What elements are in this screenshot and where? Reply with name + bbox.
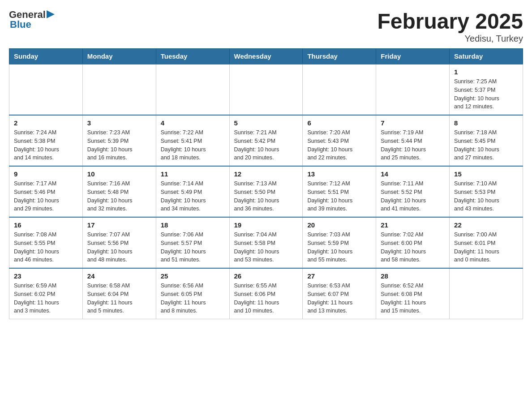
title-block: February 2025 Yedisu, Turkey — [377, 9, 523, 44]
day-info: Sunrise: 7:13 AM Sunset: 5:50 PM Dayligh… — [234, 180, 298, 213]
logo-arrow-icon — [47, 10, 55, 18]
calendar-cell: 25Sunrise: 6:56 AM Sunset: 6:05 PM Dayli… — [156, 268, 229, 319]
calendar-week-row: 9Sunrise: 7:17 AM Sunset: 5:46 PM Daylig… — [9, 166, 523, 217]
day-number: 27 — [307, 272, 371, 280]
day-number: 28 — [381, 272, 445, 280]
day-info: Sunrise: 6:58 AM Sunset: 6:04 PM Dayligh… — [87, 282, 151, 315]
calendar-week-row: 16Sunrise: 7:08 AM Sunset: 5:55 PM Dayli… — [9, 217, 523, 268]
day-of-week-header: Sunday — [9, 49, 83, 64]
days-of-week-row: SundayMondayTuesdayWednesdayThursdayFrid… — [9, 49, 523, 64]
day-number: 10 — [87, 170, 151, 178]
day-number: 23 — [14, 272, 78, 280]
calendar-subtitle: Yedisu, Turkey — [377, 34, 523, 44]
calendar-cell: 16Sunrise: 7:08 AM Sunset: 5:55 PM Dayli… — [9, 217, 83, 268]
day-number: 5 — [234, 119, 298, 127]
day-info: Sunrise: 7:07 AM Sunset: 5:56 PM Dayligh… — [87, 231, 151, 264]
calendar-cell: 5Sunrise: 7:21 AM Sunset: 5:42 PM Daylig… — [229, 115, 303, 166]
day-number: 6 — [307, 119, 371, 127]
day-number: 14 — [381, 170, 445, 178]
calendar-cell: 23Sunrise: 6:59 AM Sunset: 6:02 PM Dayli… — [9, 268, 83, 319]
calendar-cell: 11Sunrise: 7:14 AM Sunset: 5:49 PM Dayli… — [156, 166, 229, 217]
page-header: General Blue February 2025 Yedisu, Turke… — [9, 9, 523, 44]
svg-marker-0 — [47, 10, 55, 18]
calendar-cell — [156, 64, 229, 115]
day-info: Sunrise: 7:10 AM Sunset: 5:53 PM Dayligh… — [454, 180, 518, 213]
calendar-cell: 12Sunrise: 7:13 AM Sunset: 5:50 PM Dayli… — [229, 166, 303, 217]
day-number: 1 — [454, 68, 518, 76]
calendar-cell: 13Sunrise: 7:12 AM Sunset: 5:51 PM Dayli… — [303, 166, 376, 217]
calendar-cell — [9, 64, 83, 115]
calendar-cell: 15Sunrise: 7:10 AM Sunset: 5:53 PM Dayli… — [450, 166, 523, 217]
calendar-cell: 19Sunrise: 7:04 AM Sunset: 5:58 PM Dayli… — [229, 217, 303, 268]
day-number: 25 — [161, 272, 225, 280]
day-number: 13 — [307, 170, 371, 178]
calendar-table: SundayMondayTuesdayWednesdayThursdayFrid… — [9, 48, 523, 319]
calendar-header: SundayMondayTuesdayWednesdayThursdayFrid… — [9, 49, 523, 64]
day-number: 15 — [454, 170, 518, 178]
day-number: 19 — [234, 221, 298, 229]
day-number: 3 — [87, 119, 151, 127]
calendar-cell: 4Sunrise: 7:22 AM Sunset: 5:41 PM Daylig… — [156, 115, 229, 166]
calendar-title: February 2025 — [377, 9, 523, 34]
day-number: 16 — [14, 221, 78, 229]
day-number: 9 — [14, 170, 78, 178]
calendar-cell: 24Sunrise: 6:58 AM Sunset: 6:04 PM Dayli… — [82, 268, 156, 319]
day-info: Sunrise: 7:17 AM Sunset: 5:46 PM Dayligh… — [14, 180, 78, 213]
calendar-cell — [303, 64, 376, 115]
day-of-week-header: Friday — [376, 49, 450, 64]
day-info: Sunrise: 7:25 AM Sunset: 5:37 PM Dayligh… — [454, 77, 518, 111]
day-number: 26 — [234, 272, 298, 280]
logo: General Blue — [9, 9, 55, 30]
day-info: Sunrise: 6:52 AM Sunset: 6:08 PM Dayligh… — [381, 282, 445, 315]
day-of-week-header: Tuesday — [156, 49, 229, 64]
day-info: Sunrise: 7:00 AM Sunset: 6:01 PM Dayligh… — [454, 231, 518, 264]
calendar-cell: 21Sunrise: 7:02 AM Sunset: 6:00 PM Dayli… — [376, 217, 450, 268]
calendar-cell: 9Sunrise: 7:17 AM Sunset: 5:46 PM Daylig… — [9, 166, 83, 217]
day-info: Sunrise: 7:20 AM Sunset: 5:43 PM Dayligh… — [307, 128, 371, 162]
calendar-week-row: 23Sunrise: 6:59 AM Sunset: 6:02 PM Dayli… — [9, 268, 523, 319]
day-of-week-header: Wednesday — [229, 49, 303, 64]
day-number: 20 — [307, 221, 371, 229]
calendar-cell: 3Sunrise: 7:23 AM Sunset: 5:39 PM Daylig… — [82, 115, 156, 166]
day-number: 24 — [87, 272, 151, 280]
day-info: Sunrise: 7:04 AM Sunset: 5:58 PM Dayligh… — [234, 231, 298, 264]
day-info: Sunrise: 7:03 AM Sunset: 5:59 PM Dayligh… — [307, 231, 371, 264]
calendar-cell: 27Sunrise: 6:53 AM Sunset: 6:07 PM Dayli… — [303, 268, 376, 319]
calendar-cell — [376, 64, 450, 115]
day-info: Sunrise: 7:18 AM Sunset: 5:45 PM Dayligh… — [454, 128, 518, 162]
day-info: Sunrise: 6:53 AM Sunset: 6:07 PM Dayligh… — [307, 282, 371, 315]
calendar-cell: 18Sunrise: 7:06 AM Sunset: 5:57 PM Dayli… — [156, 217, 229, 268]
day-info: Sunrise: 6:56 AM Sunset: 6:05 PM Dayligh… — [161, 282, 225, 315]
day-info: Sunrise: 6:55 AM Sunset: 6:06 PM Dayligh… — [234, 282, 298, 315]
day-info: Sunrise: 7:14 AM Sunset: 5:49 PM Dayligh… — [161, 180, 225, 213]
day-number: 4 — [161, 119, 225, 127]
calendar-cell: 7Sunrise: 7:19 AM Sunset: 5:44 PM Daylig… — [376, 115, 450, 166]
calendar-cell: 2Sunrise: 7:24 AM Sunset: 5:38 PM Daylig… — [9, 115, 83, 166]
day-info: Sunrise: 7:22 AM Sunset: 5:41 PM Dayligh… — [161, 128, 225, 162]
calendar-cell: 22Sunrise: 7:00 AM Sunset: 6:01 PM Dayli… — [450, 217, 523, 268]
day-number: 22 — [454, 221, 518, 229]
logo-blue-text: Blue — [10, 19, 31, 30]
calendar-body: 1Sunrise: 7:25 AM Sunset: 5:37 PM Daylig… — [9, 64, 523, 319]
calendar-week-row: 1Sunrise: 7:25 AM Sunset: 5:37 PM Daylig… — [9, 64, 523, 115]
calendar-cell: 26Sunrise: 6:55 AM Sunset: 6:06 PM Dayli… — [229, 268, 303, 319]
day-of-week-header: Monday — [82, 49, 156, 64]
day-number: 8 — [454, 119, 518, 127]
calendar-cell: 6Sunrise: 7:20 AM Sunset: 5:43 PM Daylig… — [303, 115, 376, 166]
day-info: Sunrise: 7:21 AM Sunset: 5:42 PM Dayligh… — [234, 128, 298, 162]
day-info: Sunrise: 7:19 AM Sunset: 5:44 PM Dayligh… — [381, 128, 445, 162]
calendar-cell: 17Sunrise: 7:07 AM Sunset: 5:56 PM Dayli… — [82, 217, 156, 268]
day-info: Sunrise: 7:11 AM Sunset: 5:52 PM Dayligh… — [381, 180, 445, 213]
calendar-cell — [229, 64, 303, 115]
calendar-cell: 28Sunrise: 6:52 AM Sunset: 6:08 PM Dayli… — [376, 268, 450, 319]
day-number: 18 — [161, 221, 225, 229]
day-info: Sunrise: 7:23 AM Sunset: 5:39 PM Dayligh… — [87, 128, 151, 162]
calendar-week-row: 2Sunrise: 7:24 AM Sunset: 5:38 PM Daylig… — [9, 115, 523, 166]
calendar-cell: 10Sunrise: 7:16 AM Sunset: 5:48 PM Dayli… — [82, 166, 156, 217]
day-info: Sunrise: 7:12 AM Sunset: 5:51 PM Dayligh… — [307, 180, 371, 213]
calendar-cell: 14Sunrise: 7:11 AM Sunset: 5:52 PM Dayli… — [376, 166, 450, 217]
calendar-cell: 20Sunrise: 7:03 AM Sunset: 5:59 PM Dayli… — [303, 217, 376, 268]
day-number: 7 — [381, 119, 445, 127]
calendar-cell: 8Sunrise: 7:18 AM Sunset: 5:45 PM Daylig… — [450, 115, 523, 166]
day-info: Sunrise: 7:16 AM Sunset: 5:48 PM Dayligh… — [87, 180, 151, 213]
